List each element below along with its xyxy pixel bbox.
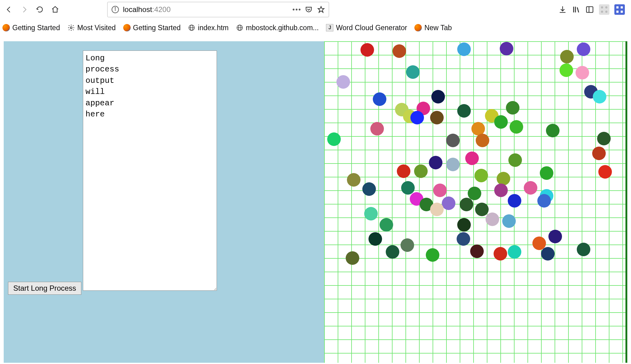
info-icon bbox=[111, 6, 119, 14]
data-point-circle bbox=[500, 42, 513, 55]
data-point-circle bbox=[380, 218, 393, 232]
bookmark-label: index.htm bbox=[198, 24, 229, 32]
firefox-icon bbox=[123, 24, 131, 31]
firefox-icon bbox=[414, 24, 422, 31]
firefox-icon bbox=[2, 24, 10, 31]
svg-rect-15 bbox=[621, 11, 623, 13]
data-point-circle bbox=[540, 166, 553, 180]
data-point-circle bbox=[476, 134, 489, 147]
data-point-circle bbox=[401, 238, 414, 252]
data-point-circle bbox=[327, 132, 341, 146]
sidebar-icon[interactable] bbox=[585, 5, 594, 14]
bookmark-label: New Tab bbox=[424, 24, 452, 32]
data-point-circle bbox=[370, 122, 384, 135]
data-point-circle bbox=[486, 212, 499, 226]
globe-icon bbox=[188, 24, 195, 31]
downloads-icon[interactable] bbox=[558, 5, 567, 14]
visualization-panel bbox=[324, 41, 627, 363]
svg-rect-6 bbox=[587, 7, 593, 13]
data-point-circle bbox=[546, 124, 560, 137]
bookmark-label: Getting Started bbox=[133, 24, 181, 32]
data-point-circle bbox=[364, 207, 378, 220]
data-point-circle bbox=[347, 173, 360, 187]
data-point-circle bbox=[465, 152, 479, 165]
svg-rect-13 bbox=[621, 6, 623, 9]
data-point-circle bbox=[577, 243, 590, 256]
data-point-circle bbox=[532, 237, 546, 250]
data-point-circle bbox=[446, 158, 460, 171]
svg-point-9 bbox=[605, 6, 608, 9]
bookmark-index-htm[interactable]: index.htm bbox=[188, 24, 229, 32]
data-point-circle bbox=[470, 245, 484, 258]
svg-rect-12 bbox=[617, 6, 619, 9]
library-icon[interactable] bbox=[572, 5, 580, 14]
bookmark-getting-started-2[interactable]: Getting Started bbox=[123, 24, 181, 32]
bookmark-mbostock[interactable]: mbostock.github.com... bbox=[236, 24, 319, 32]
data-point-circle bbox=[446, 134, 460, 147]
data-point-circle bbox=[541, 247, 555, 261]
data-point-circle bbox=[414, 164, 428, 178]
data-point-circle bbox=[457, 232, 470, 246]
data-point-circle bbox=[468, 187, 481, 200]
data-point-circle bbox=[457, 104, 471, 118]
data-point-circle bbox=[410, 111, 424, 124]
data-point-circle bbox=[502, 214, 516, 228]
data-point-circle bbox=[497, 172, 510, 185]
svg-line-5 bbox=[577, 7, 579, 12]
data-point-circle bbox=[474, 169, 488, 182]
data-point-circle bbox=[373, 92, 386, 106]
data-point-circle bbox=[433, 184, 447, 197]
data-point-circle bbox=[457, 42, 471, 56]
data-point-circle bbox=[508, 194, 521, 208]
extension-icon-1[interactable] bbox=[599, 4, 609, 15]
data-point-circle bbox=[442, 196, 455, 210]
data-point-circle bbox=[524, 181, 537, 195]
pocket-icon[interactable] bbox=[305, 6, 313, 14]
bookmark-label: Word Cloud Generator bbox=[336, 24, 407, 32]
data-point-circle bbox=[460, 198, 473, 211]
refresh-button[interactable] bbox=[33, 3, 46, 16]
data-point-circle bbox=[560, 63, 573, 77]
data-point-circle bbox=[368, 232, 382, 246]
svg-point-11 bbox=[605, 11, 608, 13]
data-point-circle bbox=[598, 165, 612, 179]
bookmark-most-visited[interactable]: Most Visited bbox=[67, 24, 116, 32]
bookmark-new-tab[interactable]: New Tab bbox=[414, 24, 452, 32]
home-button[interactable] bbox=[49, 3, 62, 16]
data-point-circle bbox=[593, 90, 606, 103]
globe-icon bbox=[236, 24, 243, 31]
output-textarea[interactable] bbox=[83, 51, 217, 291]
data-point-circle bbox=[360, 43, 374, 57]
data-point-circle bbox=[577, 42, 590, 56]
data-point-circle bbox=[475, 203, 489, 216]
page-actions-icon[interactable]: ••• bbox=[292, 6, 300, 14]
bookmark-word-cloud[interactable]: J Word Cloud Generator bbox=[326, 24, 407, 32]
data-point-circle bbox=[430, 111, 444, 124]
data-point-circle bbox=[397, 164, 410, 178]
data-point-circle bbox=[457, 218, 471, 232]
url-text: localhost:4200 bbox=[123, 5, 289, 14]
url-bar[interactable]: localhost:4200 ••• bbox=[107, 2, 329, 17]
svg-point-16 bbox=[70, 27, 72, 29]
data-point-circle bbox=[362, 182, 376, 196]
start-long-process-button[interactable]: Start Long Process bbox=[8, 282, 81, 295]
svg-point-10 bbox=[601, 11, 603, 13]
data-point-circle bbox=[548, 230, 562, 243]
data-point-circle bbox=[506, 101, 519, 115]
data-point-circle bbox=[494, 184, 508, 197]
extension-icon-2[interactable] bbox=[614, 4, 625, 15]
gear-icon bbox=[67, 24, 75, 31]
data-point-circle bbox=[592, 147, 606, 160]
data-point-circle bbox=[560, 50, 574, 63]
back-button[interactable] bbox=[2, 3, 15, 16]
data-point-circle bbox=[429, 156, 442, 169]
bookmarks-bar: Getting Started Most Visited Getting Sta… bbox=[0, 19, 631, 36]
bookmark-getting-started-1[interactable]: Getting Started bbox=[2, 24, 60, 32]
bookmark-label: Getting Started bbox=[12, 24, 60, 32]
data-point-circle bbox=[494, 247, 507, 261]
star-icon[interactable] bbox=[317, 6, 325, 14]
svg-point-8 bbox=[601, 6, 603, 9]
data-point-circle bbox=[406, 65, 420, 79]
forward-button[interactable] bbox=[18, 3, 31, 16]
data-point-circle bbox=[430, 203, 444, 216]
